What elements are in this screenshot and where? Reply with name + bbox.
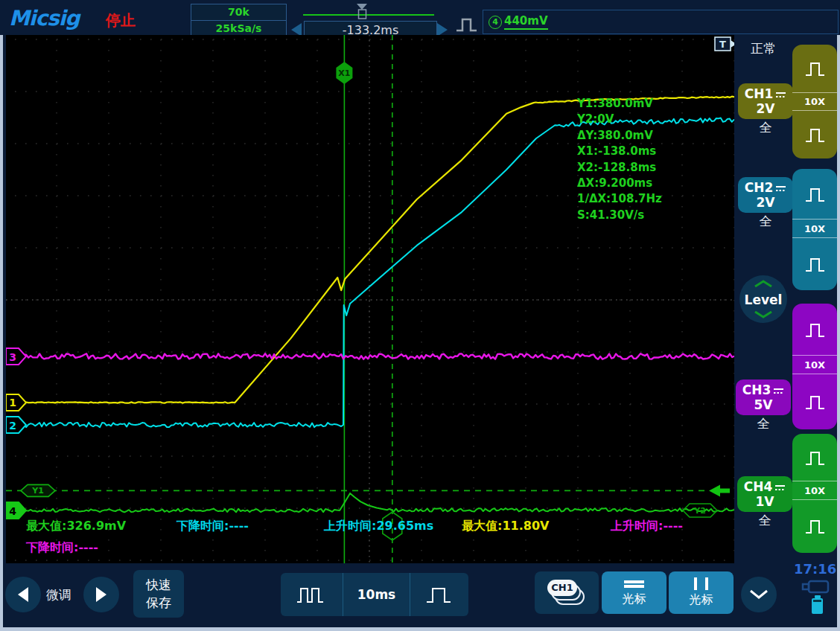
wide-pulse-icon xyxy=(424,584,454,605)
pulse-icon[interactable] xyxy=(792,111,837,158)
ch4-bandwidth[interactable]: 全 xyxy=(737,512,792,529)
timebase-zoom-in-button[interactable] xyxy=(410,573,468,616)
next-button[interactable] xyxy=(83,577,119,612)
probe-factor-ch3[interactable]: 10X xyxy=(792,356,837,374)
ch4-scale: 1V xyxy=(756,494,774,509)
chevron-down-icon xyxy=(749,589,769,600)
acquisition-box[interactable]: 70k 25kSa/s xyxy=(191,4,287,38)
probe-strip-ch1[interactable]: 10X xyxy=(792,45,837,158)
screen-frame-right xyxy=(837,0,840,631)
channel-button-ch2[interactable]: CH2 2V xyxy=(738,177,793,213)
ch1-scale: 2V xyxy=(757,101,775,116)
trigger-mode-label[interactable]: 正常 xyxy=(751,40,776,57)
svg-text:3: 3 xyxy=(9,351,16,363)
cursor-x1: X1:-138.0ms xyxy=(577,144,662,159)
probe-strip-ch2[interactable]: 10X xyxy=(792,169,837,290)
ch2-bandwidth[interactable]: 全 xyxy=(738,213,793,230)
timebase-group: 10ms xyxy=(281,573,468,616)
fine-adjust-label: 微调 xyxy=(46,586,71,603)
meas-ch2-falltime: 下降时间:---- xyxy=(176,519,249,534)
pulse-icon[interactable] xyxy=(792,304,837,355)
meas-ch2-risetime: 上升时间:29.65ms xyxy=(324,519,433,534)
vertical-cursor-icon xyxy=(694,577,708,590)
svg-text:1: 1 xyxy=(9,397,16,409)
quick-save-line1: 快速 xyxy=(146,577,171,592)
cursor-y1: Y1:380.0mV xyxy=(577,96,662,112)
brand-logo: Micsig xyxy=(9,6,79,31)
cursor-slope: S:41.30V/s xyxy=(577,208,662,223)
waveform-display[interactable]: 1234X1Y1Y2T Y1:380.0mV Y2:0V ΔY:380.0mV … xyxy=(6,35,734,563)
ch1-bandwidth[interactable]: 全 xyxy=(738,119,793,136)
svg-text:2: 2 xyxy=(9,420,16,432)
slider-handle-icon[interactable] xyxy=(355,3,370,22)
meas-ch1-max: 最大值:11.80V xyxy=(462,519,549,534)
quick-save-button[interactable]: 快速 保存 xyxy=(133,570,184,618)
top-bar: Micsig 停止 70k 25kSa/s -133.2ms 4 440mV xyxy=(0,0,840,35)
probe-factor-ch4[interactable]: 10X xyxy=(792,481,837,499)
cursor-h-label: 光标 xyxy=(623,592,646,607)
clock: 17:16 xyxy=(794,561,836,577)
pulse-icon[interactable] xyxy=(792,500,837,552)
sample-rate: 25kSa/s xyxy=(191,21,286,36)
ch2-label: CH2 xyxy=(745,180,774,195)
svg-text:Y1: Y1 xyxy=(31,486,44,496)
left-triangle-icon xyxy=(16,586,30,603)
ch2-scale: 2V xyxy=(757,195,775,210)
cursor-vertical-button[interactable]: 光标 xyxy=(669,571,734,614)
ch3-bandwidth[interactable]: 全 xyxy=(736,415,791,432)
meas-ch3-falltime: 下降时间:---- xyxy=(26,540,98,556)
channel-stack-icon: CH1 xyxy=(547,580,586,606)
svg-text:4: 4 xyxy=(9,505,16,517)
narrow-pulse-icon xyxy=(295,584,329,605)
right-triangle-icon xyxy=(95,586,108,603)
horizontal-cursor-icon xyxy=(624,579,644,589)
cursor-horizontal-button[interactable]: 光标 xyxy=(602,571,666,614)
pulse-icon[interactable] xyxy=(792,374,837,429)
cursor-y2: Y2:0V xyxy=(577,112,662,127)
trigger-slope-icon[interactable] xyxy=(455,15,479,34)
cursor-x2: X2:-128.8ms xyxy=(577,160,662,176)
svg-text:X1: X1 xyxy=(338,68,350,78)
trigger-level-box[interactable]: 4 440mV xyxy=(483,10,839,34)
prev-button[interactable] xyxy=(5,577,41,612)
run-state-label[interactable]: 停止 xyxy=(106,10,136,31)
ch3-scale: 5V xyxy=(754,397,773,412)
quick-save-line2: 保存 xyxy=(146,595,171,610)
channel-button-ch4[interactable]: CH4 1V xyxy=(737,476,792,512)
cursor-dx: ΔX:9.200ms xyxy=(577,176,662,191)
channel-select-button[interactable]: CH1 xyxy=(535,571,599,614)
cursor-v-label: 光标 xyxy=(690,592,713,608)
channel-button-ch1[interactable]: CH1 2V xyxy=(738,83,793,119)
cursor-readout-block: Y1:380.0mV Y2:0V ΔY:380.0mV X1:-138.0ms … xyxy=(577,96,662,223)
screen-frame-left xyxy=(0,33,3,631)
usb-icon xyxy=(801,579,831,595)
pulse-icon[interactable] xyxy=(792,434,837,481)
probe-strip-ch4[interactable]: 10X xyxy=(792,434,837,553)
timebase-zoom-out-button[interactable] xyxy=(281,573,343,616)
probe-strip-ch3[interactable]: 10X xyxy=(792,304,837,429)
channel-button-ch3[interactable]: CH3 5V xyxy=(736,379,791,415)
timebase-value[interactable]: 10ms xyxy=(343,573,410,616)
ch4-label: CH4 xyxy=(744,479,773,494)
meas-ch3-risetime: 上升时间:---- xyxy=(611,519,683,534)
dc-coupling-icon xyxy=(773,388,784,394)
trigger-source-icon: 4 xyxy=(489,16,502,29)
meas-ch4-max: 最大值:326.9mV xyxy=(26,519,126,534)
level-button[interactable]: Level xyxy=(739,275,788,324)
dc-coupling-icon xyxy=(775,185,786,192)
pulse-icon[interactable] xyxy=(792,169,837,219)
pulse-icon[interactable] xyxy=(792,45,837,92)
collapse-menu-button[interactable] xyxy=(741,577,777,612)
dc-coupling-icon xyxy=(774,484,786,491)
cursor-freq: 1/ΔX:108.7Hz xyxy=(577,191,662,207)
pulse-icon[interactable] xyxy=(792,238,837,289)
channel-badge-label: CH1 xyxy=(547,580,577,596)
ch3-label: CH3 xyxy=(742,382,771,397)
svg-text:T: T xyxy=(719,39,726,50)
cursor-dy: ΔY:380.0mV xyxy=(577,128,662,144)
trigger-level-value: 440mV xyxy=(504,14,548,30)
probe-factor-ch1[interactable]: 10X xyxy=(792,93,837,110)
level-label: Level xyxy=(745,292,783,307)
screen-frame-bottom xyxy=(0,627,840,631)
probe-factor-ch2[interactable]: 10X xyxy=(792,220,837,237)
